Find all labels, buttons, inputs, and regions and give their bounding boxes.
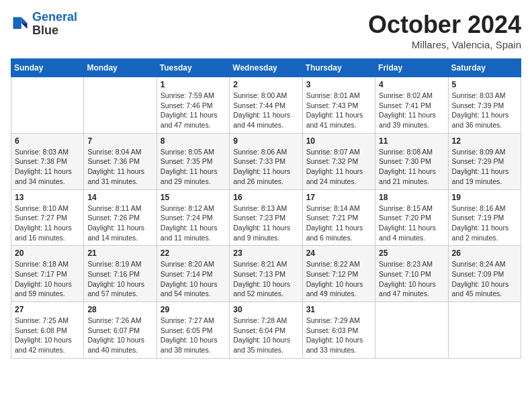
title-block: October 2024 Millares, Valencia, Spain — [368, 11, 521, 50]
day-number: 3 — [306, 80, 371, 89]
day-cell: 29Sunrise: 7:27 AM Sunset: 6:05 PM Dayli… — [157, 302, 229, 359]
day-info: Sunrise: 8:20 AM Sunset: 7:14 PM Dayligh… — [161, 259, 226, 299]
day-cell: 23Sunrise: 8:21 AM Sunset: 7:13 PM Dayli… — [230, 246, 302, 302]
day-number: 31 — [306, 305, 371, 314]
day-info: Sunrise: 8:22 AM Sunset: 7:12 PM Dayligh… — [306, 259, 371, 299]
day-info: Sunrise: 8:11 AM Sunset: 7:26 PM Dayligh… — [87, 203, 152, 243]
day-number: 17 — [306, 193, 371, 202]
day-info: Sunrise: 8:21 AM Sunset: 7:13 PM Dayligh… — [233, 259, 298, 299]
day-number: 27 — [15, 305, 80, 314]
day-number: 7 — [87, 136, 152, 146]
day-cell: 20Sunrise: 8:18 AM Sunset: 7:17 PM Dayli… — [11, 246, 84, 302]
day-number: 26 — [452, 248, 517, 258]
logo-text: General Blue — [32, 11, 77, 38]
day-cell: 15Sunrise: 8:12 AM Sunset: 7:24 PM Dayli… — [157, 189, 229, 246]
weekday-header-tuesday: Tuesday — [157, 59, 229, 77]
day-number: 2 — [233, 80, 298, 89]
day-number: 29 — [161, 305, 226, 314]
day-number: 5 — [452, 80, 517, 89]
day-number: 11 — [379, 136, 444, 146]
day-info: Sunrise: 7:27 AM Sunset: 6:05 PM Dayligh… — [161, 316, 226, 355]
day-cell: 21Sunrise: 8:19 AM Sunset: 7:16 PM Dayli… — [84, 246, 157, 302]
month-title: October 2024 — [368, 11, 521, 39]
svg-marker-1 — [21, 23, 28, 29]
day-number: 22 — [161, 248, 226, 258]
day-cell: 9Sunrise: 8:06 AM Sunset: 7:33 PM Daylig… — [230, 133, 302, 189]
day-number: 15 — [161, 193, 226, 202]
day-cell: 24Sunrise: 8:22 AM Sunset: 7:12 PM Dayli… — [302, 246, 375, 302]
day-info: Sunrise: 7:25 AM Sunset: 6:08 PM Dayligh… — [15, 316, 80, 355]
day-cell: 5Sunrise: 8:03 AM Sunset: 7:39 PM Daylig… — [448, 77, 521, 134]
day-cell — [11, 77, 84, 134]
day-number: 4 — [379, 80, 444, 89]
day-info: Sunrise: 8:04 AM Sunset: 7:36 PM Dayligh… — [87, 147, 152, 187]
day-cell: 31Sunrise: 7:29 AM Sunset: 6:03 PM Dayli… — [302, 302, 375, 359]
day-info: Sunrise: 8:01 AM Sunset: 7:43 PM Dayligh… — [306, 91, 371, 130]
day-cell: 16Sunrise: 8:13 AM Sunset: 7:23 PM Dayli… — [230, 189, 302, 246]
day-cell: 19Sunrise: 8:16 AM Sunset: 7:19 PM Dayli… — [448, 189, 521, 246]
day-cell: 17Sunrise: 8:14 AM Sunset: 7:21 PM Dayli… — [302, 189, 375, 246]
day-cell: 13Sunrise: 8:10 AM Sunset: 7:27 PM Dayli… — [11, 189, 84, 246]
day-number: 6 — [15, 136, 80, 146]
day-info: Sunrise: 8:13 AM Sunset: 7:23 PM Dayligh… — [233, 203, 298, 243]
location: Millares, Valencia, Spain — [368, 39, 521, 50]
weekday-header-row: SundayMondayTuesdayWednesdayThursdayFrid… — [11, 59, 521, 77]
day-cell: 18Sunrise: 8:15 AM Sunset: 7:20 PM Dayli… — [375, 189, 448, 246]
day-info: Sunrise: 8:24 AM Sunset: 7:09 PM Dayligh… — [452, 259, 517, 299]
page-header: General Blue October 2024 Millares, Vale… — [11, 11, 521, 50]
day-info: Sunrise: 8:14 AM Sunset: 7:21 PM Dayligh… — [306, 203, 371, 243]
day-info: Sunrise: 7:26 AM Sunset: 6:07 PM Dayligh… — [87, 316, 152, 355]
day-number: 8 — [161, 136, 226, 146]
logo: General Blue — [11, 11, 77, 38]
day-cell: 1Sunrise: 7:59 AM Sunset: 7:46 PM Daylig… — [157, 77, 229, 134]
week-row-2: 6Sunrise: 8:03 AM Sunset: 7:38 PM Daylig… — [11, 133, 521, 189]
day-number: 16 — [233, 193, 298, 202]
week-row-3: 13Sunrise: 8:10 AM Sunset: 7:27 PM Dayli… — [11, 189, 521, 246]
day-number: 1 — [161, 80, 226, 89]
day-number: 14 — [87, 193, 152, 202]
day-cell — [448, 302, 521, 359]
week-row-5: 27Sunrise: 7:25 AM Sunset: 6:08 PM Dayli… — [11, 302, 521, 359]
day-info: Sunrise: 8:06 AM Sunset: 7:33 PM Dayligh… — [233, 147, 298, 187]
day-cell: 8Sunrise: 8:05 AM Sunset: 7:35 PM Daylig… — [157, 133, 229, 189]
weekday-header-friday: Friday — [375, 59, 448, 77]
day-info: Sunrise: 8:07 AM Sunset: 7:32 PM Dayligh… — [306, 147, 371, 187]
day-info: Sunrise: 8:02 AM Sunset: 7:41 PM Dayligh… — [379, 91, 444, 130]
day-info: Sunrise: 8:12 AM Sunset: 7:24 PM Dayligh… — [161, 203, 226, 243]
day-number: 18 — [379, 193, 444, 202]
day-cell: 2Sunrise: 8:00 AM Sunset: 7:44 PM Daylig… — [230, 77, 302, 134]
day-cell — [375, 302, 448, 359]
day-cell: 12Sunrise: 8:09 AM Sunset: 7:29 PM Dayli… — [448, 133, 521, 189]
day-cell: 26Sunrise: 8:24 AM Sunset: 7:09 PM Dayli… — [448, 246, 521, 302]
logo-icon — [11, 15, 30, 34]
day-number: 10 — [306, 136, 371, 146]
day-cell: 25Sunrise: 8:23 AM Sunset: 7:10 PM Dayli… — [375, 246, 448, 302]
svg-marker-0 — [21, 17, 28, 23]
day-info: Sunrise: 8:10 AM Sunset: 7:27 PM Dayligh… — [15, 203, 80, 243]
week-row-1: 1Sunrise: 7:59 AM Sunset: 7:46 PM Daylig… — [11, 77, 521, 134]
day-info: Sunrise: 8:08 AM Sunset: 7:30 PM Dayligh… — [379, 147, 444, 187]
day-info: Sunrise: 7:59 AM Sunset: 7:46 PM Dayligh… — [161, 91, 226, 130]
day-info: Sunrise: 8:03 AM Sunset: 7:39 PM Dayligh… — [452, 91, 517, 130]
day-cell: 30Sunrise: 7:28 AM Sunset: 6:04 PM Dayli… — [230, 302, 302, 359]
day-info: Sunrise: 8:15 AM Sunset: 7:20 PM Dayligh… — [379, 203, 444, 243]
day-info: Sunrise: 7:29 AM Sunset: 6:03 PM Dayligh… — [306, 316, 371, 355]
day-number: 12 — [452, 136, 517, 146]
day-info: Sunrise: 8:09 AM Sunset: 7:29 PM Dayligh… — [452, 147, 517, 187]
day-number: 21 — [87, 248, 152, 258]
day-info: Sunrise: 8:05 AM Sunset: 7:35 PM Dayligh… — [161, 147, 226, 187]
weekday-header-sunday: Sunday — [11, 59, 84, 77]
week-row-4: 20Sunrise: 8:18 AM Sunset: 7:17 PM Dayli… — [11, 246, 521, 302]
day-cell: 4Sunrise: 8:02 AM Sunset: 7:41 PM Daylig… — [375, 77, 448, 134]
day-cell: 3Sunrise: 8:01 AM Sunset: 7:43 PM Daylig… — [302, 77, 375, 134]
day-cell: 10Sunrise: 8:07 AM Sunset: 7:32 PM Dayli… — [302, 133, 375, 189]
day-cell: 28Sunrise: 7:26 AM Sunset: 6:07 PM Dayli… — [84, 302, 157, 359]
day-number: 9 — [233, 136, 298, 146]
day-number: 23 — [233, 248, 298, 258]
day-number: 13 — [15, 193, 80, 202]
day-number: 30 — [233, 305, 298, 314]
day-cell: 7Sunrise: 8:04 AM Sunset: 7:36 PM Daylig… — [84, 133, 157, 189]
day-number: 24 — [306, 248, 371, 258]
day-info: Sunrise: 8:23 AM Sunset: 7:10 PM Dayligh… — [379, 259, 444, 299]
day-info: Sunrise: 8:18 AM Sunset: 7:17 PM Dayligh… — [15, 259, 80, 299]
